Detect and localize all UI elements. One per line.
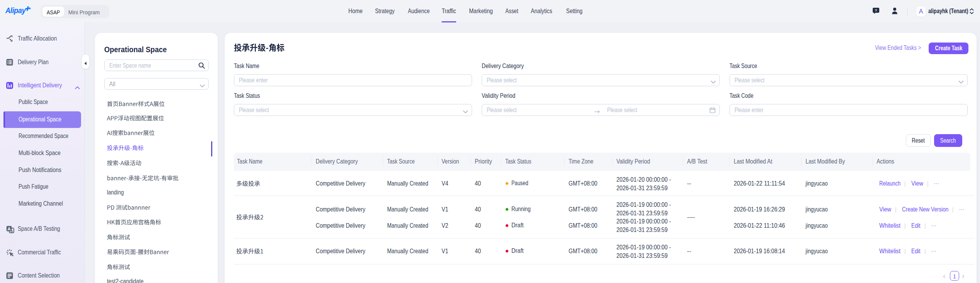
svg-text:?: ?	[875, 8, 877, 12]
svg-text:A: A	[8, 227, 11, 231]
svg-text:b: b	[11, 229, 13, 233]
